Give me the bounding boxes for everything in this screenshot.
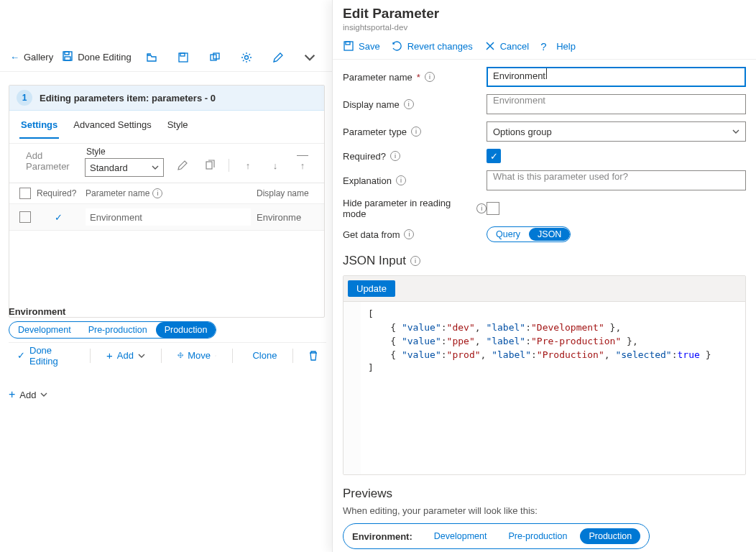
item-title: Editing parameters item: parameters - 0 <box>40 93 216 104</box>
save-button[interactable]: Save <box>343 40 380 52</box>
save-label: Save <box>359 41 380 52</box>
row-display-name: Environme <box>257 212 314 223</box>
tab-settings[interactable]: Settings <box>19 115 59 139</box>
info-icon[interactable]: i <box>404 99 414 109</box>
done-editing-label: Done Editing <box>78 52 131 63</box>
gear-icon[interactable] <box>235 46 258 69</box>
info-icon[interactable]: i <box>425 72 435 82</box>
save-icon <box>343 40 354 52</box>
tab-advanced[interactable]: Advanced Settings <box>72 115 152 139</box>
col-display-name: Display name <box>257 188 314 198</box>
lab-explanation: Explanation <box>343 175 392 186</box>
copy-icon[interactable] <box>198 154 221 177</box>
col-param-name: Parameter name <box>86 188 149 198</box>
options-group[interactable]: Development Pre-production Production <box>9 321 216 339</box>
arrow-left-icon: ← <box>10 52 19 63</box>
style-value: Standard <box>90 162 128 173</box>
param-name-value: Environment <box>493 70 545 81</box>
step-badge: 1 <box>17 90 32 106</box>
info-icon[interactable]: i <box>410 256 420 266</box>
param-name-input[interactable]: Environment <box>487 67 746 87</box>
add-button[interactable]: +Add <box>101 346 151 364</box>
edit-parameter-panel: Edit Parameter insightsportal-dev Save R… <box>332 0 756 552</box>
preview-opt-dev[interactable]: Development <box>425 528 496 544</box>
arrow-up-icon[interactable]: ↑ <box>236 154 259 177</box>
chevron-down-icon <box>152 164 159 171</box>
lab-param-type: Parameter type <box>343 126 407 137</box>
delete-icon[interactable] <box>303 344 323 367</box>
preview-opt-ppe[interactable]: Pre-production <box>499 528 576 544</box>
text-cursor <box>546 68 547 79</box>
revert-button[interactable]: Revert changes <box>392 40 473 52</box>
edit-icon[interactable] <box>171 154 194 177</box>
lab-hide: Hide parameter in reading mode <box>343 198 472 219</box>
gallery-label: Gallery <box>24 52 53 63</box>
env-param-label: Environment <box>9 306 216 317</box>
undo-icon <box>392 40 403 52</box>
lab-param-name: Parameter name <box>343 72 412 83</box>
opt-query[interactable]: Query <box>487 228 529 241</box>
help-button[interactable]: ?Help <box>540 40 576 52</box>
select-all-checkbox[interactable] <box>19 188 31 199</box>
clone-label: Clone <box>252 350 277 361</box>
arrow-top-icon[interactable]: ↑ <box>291 154 314 177</box>
info-icon: i <box>152 188 162 198</box>
clone-button[interactable]: Clone <box>242 347 282 364</box>
update-button[interactable]: Update <box>348 280 395 297</box>
param-type-value: Options group <box>493 126 552 137</box>
move-label: Move <box>188 350 211 361</box>
opt-production[interactable]: Production <box>156 322 216 338</box>
back-gallery[interactable]: ← Gallery <box>10 52 53 63</box>
panel-subtitle: insightsportal-dev <box>343 23 746 32</box>
row-param-name: Environment <box>86 208 251 226</box>
arrow-down-icon[interactable]: ↓ <box>264 154 287 177</box>
style-label: Style <box>86 147 164 157</box>
item-header: 1 Editing parameters item: parameters - … <box>9 86 324 111</box>
opt-json[interactable]: JSON <box>529 228 570 241</box>
data-source-toggle[interactable]: Query JSON <box>487 226 571 242</box>
table-row[interactable]: ✓ Environment Environme <box>9 204 324 231</box>
cancel-label: Cancel <box>500 41 529 52</box>
opt-development[interactable]: Development <box>9 322 80 338</box>
cancel-button[interactable]: Cancel <box>484 40 529 52</box>
chevron-down-icon <box>138 352 145 359</box>
chevron-down-icon[interactable] <box>298 46 321 69</box>
copy-stack-icon[interactable] <box>203 46 226 69</box>
preview-label: Environment: <box>352 531 412 542</box>
edit-pencil-icon[interactable] <box>267 46 290 69</box>
help-label: Help <box>556 41 576 52</box>
svg-rect-4 <box>180 53 185 56</box>
done-editing-button[interactable]: ✓Done Editing <box>11 342 80 369</box>
move-button[interactable]: Move <box>172 347 222 364</box>
save-disk-icon[interactable] <box>172 46 195 69</box>
explanation-input[interactable]: What is this parameter used for? <box>487 170 746 190</box>
preview-opt-prod[interactable]: Production <box>580 528 640 544</box>
hide-checkbox[interactable] <box>487 202 499 215</box>
json-code-editor[interactable]: [ { "value":"dev", "label":"Development"… <box>344 302 745 474</box>
separator <box>232 349 233 363</box>
separator <box>229 159 229 172</box>
preview-options-group: Environment: Development Pre-production … <box>343 523 650 549</box>
move-icon <box>178 352 183 358</box>
open-icon[interactable] <box>140 46 163 69</box>
row-checkbox[interactable] <box>19 211 31 223</box>
info-icon[interactable]: i <box>411 126 421 137</box>
done-editing-top[interactable]: Done Editing <box>62 50 131 64</box>
style-select[interactable]: Standard <box>85 158 164 177</box>
info-icon[interactable]: i <box>396 175 406 185</box>
previews-hint: When editing, your parameter will look l… <box>343 505 746 516</box>
display-name-input[interactable]: Environment <box>487 94 746 114</box>
opt-preproduction[interactable]: Pre-production <box>80 322 156 338</box>
add-parameter-button[interactable]: Add Parameter <box>19 145 78 177</box>
json-editor: Update [ { "value":"dev", "label":"Devel… <box>343 275 746 475</box>
info-icon[interactable]: i <box>404 229 414 239</box>
required-checkbox[interactable]: ✓ <box>487 149 501 163</box>
tab-style[interactable]: Style <box>166 115 190 139</box>
info-icon[interactable]: i <box>476 203 487 213</box>
separator <box>292 349 293 363</box>
info-icon[interactable]: i <box>390 151 400 161</box>
required-asterisk: * <box>417 72 420 83</box>
svg-rect-1 <box>65 52 69 55</box>
add-global-button[interactable]: + Add <box>9 388 47 401</box>
param-type-select[interactable]: Options group <box>487 121 746 142</box>
